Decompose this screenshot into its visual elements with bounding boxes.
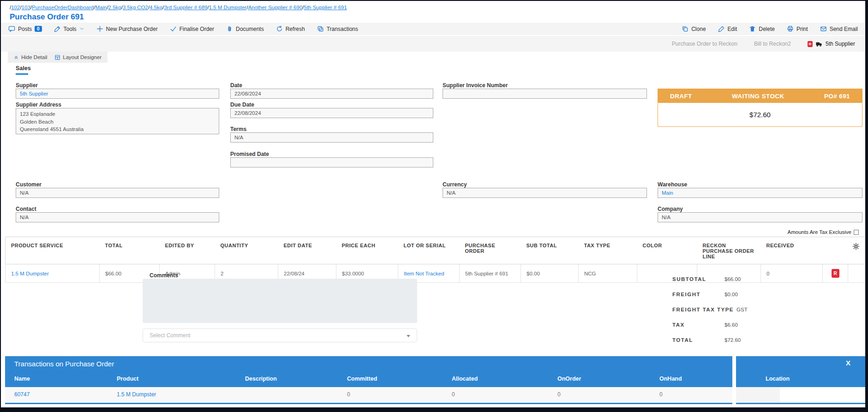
purchase-order-to-reckon-link[interactable]: Purchase Order to Reckon — [672, 41, 737, 47]
company-field[interactable]: N/A — [658, 212, 862, 222]
address-line-2: Golden Beach — [20, 118, 215, 126]
print-button[interactable]: Print — [787, 25, 808, 32]
supplier-address-field[interactable]: 123 Esplanade Golden Beach Queensland 45… — [16, 108, 219, 134]
breadcrumb: /102/103/PurchaseOrderDashboard/Main/2.5… — [10, 5, 347, 10]
col-price-each[interactable]: PRICE EACH — [336, 237, 398, 264]
amounts-tax-exclusive-label: Amounts Are Tax Exclusive — [788, 229, 852, 235]
sales-tab-underline — [16, 73, 28, 75]
freight-value: $0.00 — [724, 292, 738, 297]
close-transactions-button[interactable]: X — [846, 359, 850, 367]
date-label: Date — [230, 82, 242, 89]
freight-tax-type-row: FREIGHT TAX TYPE GST — [672, 307, 866, 322]
col-tax-type[interactable]: TAX TYPE — [579, 237, 637, 264]
subtotal-row: SUBTOTAL $66.00 — [672, 276, 866, 292]
breadcrumb-link-main[interactable]: Main — [95, 5, 107, 10]
tx-col-description[interactable]: Description — [245, 376, 277, 382]
tx-col-onhand[interactable]: OnHand — [659, 376, 682, 382]
breadcrumb-link-45kg[interactable]: 4.5kg — [150, 5, 162, 10]
breadcrumb-link-another-supplier[interactable]: Another Supplier # 690 — [248, 5, 303, 10]
col-quantity[interactable]: QUANTITY — [215, 237, 278, 264]
address-line-1: 123 Esplanade — [20, 110, 215, 118]
edit-button[interactable]: Edit — [718, 25, 737, 32]
breadcrumb-link-3rd-supplier[interactable]: 3rd Supplier # 689 — [164, 5, 207, 10]
cell-product-service[interactable]: 1.5 M Dumpster — [6, 264, 100, 283]
tx-col-product[interactable]: Product — [117, 376, 138, 382]
refresh-label: Refresh — [286, 26, 305, 32]
hide-detail-tab[interactable]: Hide Detail — [13, 54, 47, 60]
line-items-header-row: PRODUCT SERVICE TOTAL EDITED BY QUANTITY… — [6, 237, 866, 264]
new-purchase-order-button[interactable]: New Purchase Order — [96, 25, 158, 32]
comment-icon — [8, 25, 15, 32]
transactions-panel: Transactions on Purchase Order Name Prod… — [5, 356, 732, 404]
amounts-tax-exclusive-checkbox[interactable] — [854, 230, 859, 235]
finalise-order-button[interactable]: Finalise Order — [170, 25, 214, 32]
col-lot-or-serial[interactable]: LOT OR SERIAL — [398, 237, 460, 264]
col-color[interactable]: COLOR — [637, 237, 697, 264]
col-edited-by[interactable]: EDITED BY — [160, 237, 215, 264]
customer-field[interactable]: N/A — [16, 188, 219, 198]
totals-summary: SUBTOTAL $66.00 FREIGHT $0.00 FREIGHT TA… — [672, 276, 866, 352]
status-waiting-stock: WAITING STOCK — [732, 93, 784, 100]
delete-button[interactable]: Delete — [749, 25, 775, 32]
posts-label: Posts — [18, 26, 32, 32]
breadcrumb-link-dumpster[interactable]: 1.5 M Dumpster — [209, 5, 247, 10]
double-chevron-up-icon — [13, 54, 19, 60]
tab-sales[interactable]: Sales — [16, 65, 31, 72]
supplier-field[interactable]: 5th Supplier — [16, 89, 219, 99]
truck-icon — [815, 41, 823, 48]
send-email-button[interactable]: Send Email — [820, 25, 858, 32]
toolbar-left-group: Posts 0 Tools New Purchase Order Finalis… — [8, 25, 358, 32]
tools-label: Tools — [64, 26, 77, 32]
tx-col-name[interactable]: Name — [14, 376, 30, 382]
breadcrumb-link-dashboard[interactable]: PurchaseOrderDashboard — [32, 5, 94, 10]
layout-designer-tab[interactable]: Layout Designer — [54, 54, 102, 60]
transactions-button[interactable]: Transactions — [317, 25, 358, 32]
col-sub-total[interactable]: SUB TOTAL — [521, 237, 579, 264]
tx-col-committed[interactable]: Committed — [347, 376, 377, 382]
tx-col-onorder[interactable]: OnOrder — [557, 376, 581, 382]
gear-icon — [852, 243, 860, 250]
currency-field[interactable]: N/A — [443, 188, 647, 198]
documents-button[interactable]: Documents — [226, 25, 264, 32]
tx-cell-name[interactable]: 60747 — [14, 391, 30, 398]
promised-date-field[interactable] — [230, 157, 433, 167]
select-comment-dropdown[interactable]: Select Comment — [143, 328, 417, 342]
tx-cell-onorder: 0 — [557, 391, 561, 398]
clone-button[interactable]: Clone — [682, 25, 706, 32]
breadcrumb-link-5th-supplier[interactable]: 5th Supplier # 691 — [304, 5, 347, 10]
warehouse-field[interactable]: Main — [658, 188, 862, 198]
col-received[interactable]: RECEIVED — [761, 237, 823, 264]
col-reckon-po-line[interactable]: RECKON PURCHASE ORDER LINE — [697, 237, 761, 264]
col-purchase-order[interactable]: PURCHASE ORDER — [460, 237, 521, 264]
pen-icon — [54, 25, 61, 32]
date-field[interactable]: 22/08/2024 — [230, 89, 433, 99]
tx-cell-product[interactable]: 1.5 M Dumpster — [117, 391, 156, 398]
supplier-invoice-number-field[interactable] — [443, 89, 647, 99]
refresh-button[interactable]: Refresh — [276, 25, 305, 32]
comments-textarea[interactable] — [143, 279, 417, 323]
tx-col-location[interactable]: Location — [766, 376, 790, 382]
breadcrumb-link-103[interactable]: 103 — [22, 5, 30, 10]
breadcrumb-link-102[interactable]: 102 — [11, 5, 20, 10]
tools-button[interactable]: Tools — [54, 25, 84, 32]
posts-button[interactable]: Posts 0 — [8, 25, 42, 32]
col-total[interactable]: TOTAL — [100, 237, 160, 264]
due-date-field[interactable]: 22/08/2024 — [230, 108, 433, 118]
breadcrumb-link-25kg[interactable]: 2.5kg — [108, 5, 121, 10]
address-line-3: Queensland 4551 Australia — [20, 125, 215, 133]
supplier-chip[interactable]: R 5th Supplier — [808, 41, 855, 48]
table-settings-button[interactable] — [828, 243, 860, 250]
status-po-number: PO# 691 — [824, 93, 850, 100]
cell-sub-total: $0.00 — [521, 264, 579, 283]
col-product-service[interactable]: PRODUCT SERVICE — [6, 237, 100, 264]
company-label: Company — [658, 206, 683, 212]
tx-col-allocated[interactable]: Allocated — [452, 376, 478, 382]
bill-to-reckon-link[interactable]: Bill to Reckon2 — [754, 41, 791, 47]
contact-field[interactable]: N/A — [16, 212, 219, 222]
warehouse-label: Warehouse — [658, 181, 687, 188]
col-edit-date[interactable]: EDIT DATE — [278, 237, 336, 264]
breadcrumb-link-35kg-co2[interactable]: 3.5kg CO2 — [123, 5, 148, 10]
terms-field[interactable]: N/A — [230, 132, 433, 143]
due-date-label: Due Date — [230, 102, 254, 108]
clone-label: Clone — [691, 26, 706, 32]
